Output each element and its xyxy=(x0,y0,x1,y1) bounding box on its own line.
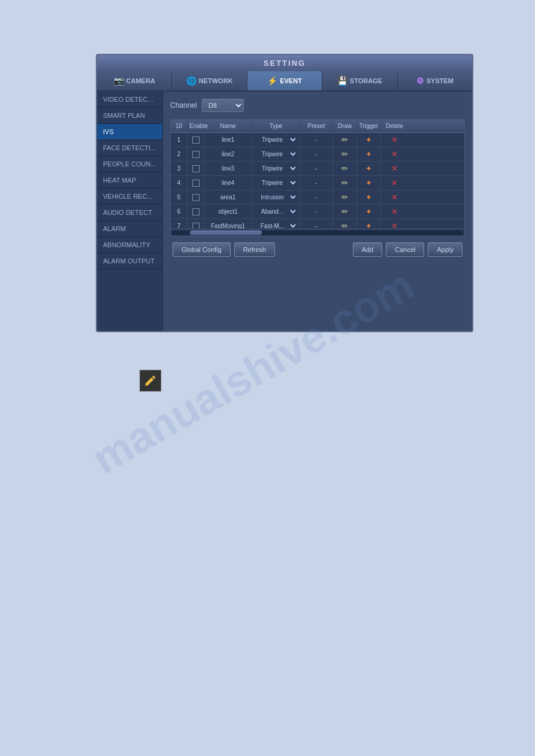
row-type-4[interactable]: Tripwire xyxy=(252,176,300,190)
draw-icon-4[interactable]: ✏ xyxy=(341,178,348,187)
row-draw-5[interactable]: ✏ xyxy=(333,190,357,204)
enable-checkbox-4[interactable] xyxy=(192,180,200,187)
row-type-5[interactable]: Intrusion xyxy=(252,190,300,204)
row-trigger-7[interactable]: ✦ xyxy=(357,219,381,229)
type-select-4[interactable]: Tripwire xyxy=(254,179,298,187)
delete-icon-1[interactable]: ✕ xyxy=(391,135,398,144)
sidebar-item-vehicle-rec[interactable]: VEHICLE REC... xyxy=(97,189,162,205)
row-draw-7[interactable]: ✏ xyxy=(333,219,357,229)
sidebar-item-audio-detect[interactable]: AUDIO DETECT xyxy=(97,205,162,221)
sidebar-item-heat-map[interactable]: HEAT MAP xyxy=(97,172,162,189)
tab-network[interactable]: 🌐 NETWORK xyxy=(172,71,247,90)
delete-icon-7[interactable]: ✕ xyxy=(391,221,398,229)
draw-icon-1[interactable]: ✏ xyxy=(341,135,348,144)
row-type-2[interactable]: Tripwire xyxy=(252,147,300,161)
col-delete: Delete xyxy=(381,120,408,132)
row-trigger-6[interactable]: ✦ xyxy=(357,205,381,218)
row-type-1[interactable]: Tripwire xyxy=(252,133,300,147)
row-delete-1[interactable]: ✕ xyxy=(381,133,408,147)
type-select-7[interactable]: Fast-M... xyxy=(254,222,298,229)
row-trigger-3[interactable]: ✦ xyxy=(357,162,381,175)
refresh-button[interactable]: Refresh xyxy=(234,242,276,257)
row-enable-1[interactable] xyxy=(188,133,204,147)
sidebar-item-video-detect[interactable]: VIDEO DETEC... xyxy=(97,92,162,108)
trigger-icon-7[interactable]: ✦ xyxy=(365,221,372,229)
trigger-icon-2[interactable]: ✦ xyxy=(365,150,372,159)
apply-button[interactable]: Apply xyxy=(428,242,463,257)
row-enable-6[interactable] xyxy=(188,205,204,218)
add-button[interactable]: Add xyxy=(353,242,383,257)
delete-icon-5[interactable]: ✕ xyxy=(391,193,398,202)
type-select-6[interactable]: Aband... xyxy=(254,208,298,215)
draw-icon-7[interactable]: ✏ xyxy=(341,221,348,229)
row-enable-2[interactable] xyxy=(188,147,204,161)
row-trigger-5[interactable]: ✦ xyxy=(357,190,381,204)
type-select-2[interactable]: Tripwire xyxy=(254,150,298,158)
row-delete-7[interactable]: ✕ xyxy=(381,219,408,229)
row-enable-5[interactable] xyxy=(188,190,204,204)
trigger-icon-3[interactable]: ✦ xyxy=(365,164,372,173)
enable-checkbox-7[interactable] xyxy=(192,223,200,229)
row-type-7[interactable]: Fast-M... xyxy=(252,219,300,229)
tab-camera[interactable]: 📷 CAMERA xyxy=(97,71,172,90)
sidebar-item-smart-plan[interactable]: SMART PLAN xyxy=(97,108,162,124)
row-draw-3[interactable]: ✏ xyxy=(333,162,357,175)
row-delete-6[interactable]: ✕ xyxy=(381,205,408,218)
tab-system[interactable]: ⚙ SYSTEM xyxy=(398,71,472,90)
row-type-3[interactable]: Tripwire xyxy=(252,162,300,175)
system-icon: ⚙ xyxy=(416,76,424,86)
trigger-icon-4[interactable]: ✦ xyxy=(365,178,372,187)
sidebar-item-ivs[interactable]: IVS xyxy=(97,124,162,140)
sidebar-item-people-count[interactable]: PEOPLE COUN... xyxy=(97,156,162,172)
bottom-buttons-right: Add Cancel Apply xyxy=(353,242,463,257)
row-draw-4[interactable]: ✏ xyxy=(333,176,357,190)
scrollbar-track[interactable] xyxy=(172,230,463,235)
tab-event[interactable]: ⚡ EVENT xyxy=(247,71,322,90)
draw-icon-2[interactable]: ✏ xyxy=(341,150,348,159)
enable-checkbox-5[interactable] xyxy=(192,194,200,201)
row-delete-3[interactable]: ✕ xyxy=(381,162,408,175)
delete-icon-6[interactable]: ✕ xyxy=(391,207,398,216)
row-type-6[interactable]: Aband... xyxy=(252,205,300,218)
channel-select[interactable]: D8 xyxy=(202,99,244,112)
type-select-1[interactable]: Tripwire xyxy=(254,136,298,144)
cancel-button[interactable]: Cancel xyxy=(386,242,424,257)
row-enable-7[interactable] xyxy=(188,219,204,229)
row-trigger-1[interactable]: ✦ xyxy=(357,133,381,147)
delete-icon-3[interactable]: ✕ xyxy=(391,164,398,173)
sidebar-item-alarm-output[interactable]: ALARM OUTPUT xyxy=(97,253,162,269)
enable-checkbox-2[interactable] xyxy=(192,151,200,158)
enable-checkbox-1[interactable] xyxy=(192,136,200,144)
row-draw-2[interactable]: ✏ xyxy=(333,147,357,161)
row-enable-3[interactable] xyxy=(188,162,204,175)
trigger-icon-5[interactable]: ✦ xyxy=(365,193,372,202)
sidebar-item-face-detect[interactable]: FACE DETECTI... xyxy=(97,140,162,156)
enable-checkbox-6[interactable] xyxy=(192,208,200,215)
trigger-icon-6[interactable]: ✦ xyxy=(365,207,372,216)
delete-icon-4[interactable]: ✕ xyxy=(391,178,398,187)
type-select-3[interactable]: Tripwire xyxy=(254,165,298,172)
row-trigger-2[interactable]: ✦ xyxy=(357,147,381,161)
scrollbar-thumb[interactable] xyxy=(190,230,262,235)
sidebar-item-abnormality[interactable]: ABNORMALITY xyxy=(97,237,162,253)
global-config-button[interactable]: Global Config xyxy=(173,242,231,257)
row-draw-6[interactable]: ✏ xyxy=(333,205,357,218)
scrollbar-area[interactable] xyxy=(171,229,464,236)
trigger-icon-1[interactable]: ✦ xyxy=(365,135,372,144)
table-body: 1 line1 Tripwire - ✏ ✦ ✕ 2 line2 Tripwir… xyxy=(171,133,464,229)
row-trigger-4[interactable]: ✦ xyxy=(357,176,381,190)
tab-storage[interactable]: 💾 STORAGE xyxy=(322,71,397,90)
delete-icon-2[interactable]: ✕ xyxy=(391,150,398,159)
row-delete-2[interactable]: ✕ xyxy=(381,147,408,161)
row-delete-4[interactable]: ✕ xyxy=(381,176,408,190)
row-draw-1[interactable]: ✏ xyxy=(333,133,357,147)
draw-icon-large[interactable] xyxy=(140,370,161,391)
draw-icon-5[interactable]: ✏ xyxy=(341,193,348,202)
row-enable-4[interactable] xyxy=(188,176,204,190)
draw-icon-3[interactable]: ✏ xyxy=(341,164,348,173)
row-delete-5[interactable]: ✕ xyxy=(381,190,408,204)
draw-icon-6[interactable]: ✏ xyxy=(341,207,348,216)
sidebar-item-alarm[interactable]: ALARM xyxy=(97,221,162,237)
enable-checkbox-3[interactable] xyxy=(192,165,200,172)
type-select-5[interactable]: Intrusion xyxy=(254,193,298,201)
